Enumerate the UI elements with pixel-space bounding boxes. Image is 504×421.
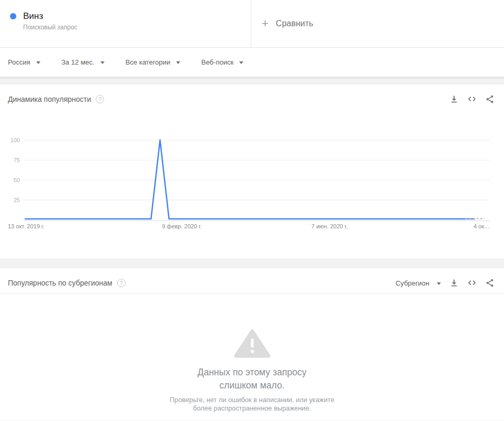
filter-time-range[interactable]: За 12 мес. <box>61 58 105 66</box>
chevron-down-icon <box>176 61 180 64</box>
search-terms-header: Винз Поисковый запрос + Сравнить <box>0 0 504 48</box>
series-color-dot <box>10 13 16 19</box>
filter-geo[interactable]: Россия <box>8 58 40 66</box>
empty-state-body: Проверьте, нет ли ошибок в написании, ил… <box>160 396 345 413</box>
svg-text:75: 75 <box>14 157 20 163</box>
subregion-title: Популярность по субрегионам <box>8 279 112 287</box>
svg-text:50: 50 <box>14 177 20 183</box>
plus-icon: + <box>262 18 269 29</box>
svg-text:4 ок…: 4 ок… <box>474 223 490 229</box>
google-trends-page: Винз Поисковый запрос + Сравнить Россия … <box>0 0 504 421</box>
warning-icon <box>233 329 271 359</box>
embed-icon[interactable] <box>467 94 477 104</box>
help-icon[interactable]: ? <box>96 95 104 103</box>
section-gap <box>0 77 504 85</box>
chevron-down-icon <box>437 282 441 285</box>
svg-text:100: 100 <box>11 137 20 143</box>
add-comparison-button[interactable]: + Сравнить <box>251 0 504 47</box>
embed-icon[interactable] <box>467 278 477 288</box>
filter-geo-label: Россия <box>8 58 30 66</box>
section-gap <box>0 258 504 268</box>
download-icon[interactable] <box>449 278 459 288</box>
chevron-down-icon <box>100 61 105 64</box>
chevron-down-icon <box>239 61 243 64</box>
chevron-down-icon <box>36 61 40 64</box>
subregion-dropdown-label: Субрегион <box>396 279 429 287</box>
subregion-dropdown[interactable]: Субрегион <box>396 279 441 287</box>
empty-state-heading: Данных по этому запросу слишком мало. <box>187 366 318 392</box>
subregion-header: Популярность по субрегионам ? Субрегион <box>0 268 504 294</box>
interest-over-time-header: Динамика популярности ? <box>0 85 504 110</box>
interest-over-time-card: Динамика популярности ? 25507510013 окт.… <box>0 85 504 258</box>
compare-label: Сравнить <box>276 19 313 28</box>
share-icon[interactable] <box>485 278 495 288</box>
term-texts: Винз Поисковый запрос <box>23 10 77 31</box>
filter-category[interactable]: Все категории <box>126 58 180 66</box>
empty-state: Данных по этому запросу слишком мало. Пр… <box>0 329 504 413</box>
interest-by-subregion-card: Популярность по субрегионам ? Субрегион <box>0 268 504 420</box>
filter-bar: Россия За 12 мес. Все категории Веб-поис… <box>0 48 504 77</box>
share-icon[interactable] <box>485 94 495 104</box>
help-icon[interactable]: ? <box>117 279 126 287</box>
search-term-card: Винз Поисковый запрос <box>0 0 251 47</box>
search-term-type: Поисковый запрос <box>23 24 77 31</box>
trend-chart[interactable]: 25507510013 окт. 2019 г.9 февр. 2020 г.7… <box>0 116 504 237</box>
download-icon[interactable] <box>449 94 459 104</box>
svg-text:7 июн. 2020 г.: 7 июн. 2020 г. <box>311 223 347 229</box>
interest-over-time-title: Динамика популярности <box>8 95 91 103</box>
search-term-title: Винз <box>23 10 77 22</box>
svg-text:25: 25 <box>14 197 20 203</box>
filter-search-type[interactable]: Веб-поиск <box>201 58 243 66</box>
filter-category-label: Все категории <box>126 58 170 66</box>
filter-time-label: За 12 мес. <box>61 58 95 66</box>
svg-text:9 февр. 2020 г.: 9 февр. 2020 г. <box>162 223 202 229</box>
svg-text:13 окт. 2019 г.: 13 окт. 2019 г. <box>8 223 45 229</box>
filter-search-type-label: Веб-поиск <box>201 58 233 66</box>
